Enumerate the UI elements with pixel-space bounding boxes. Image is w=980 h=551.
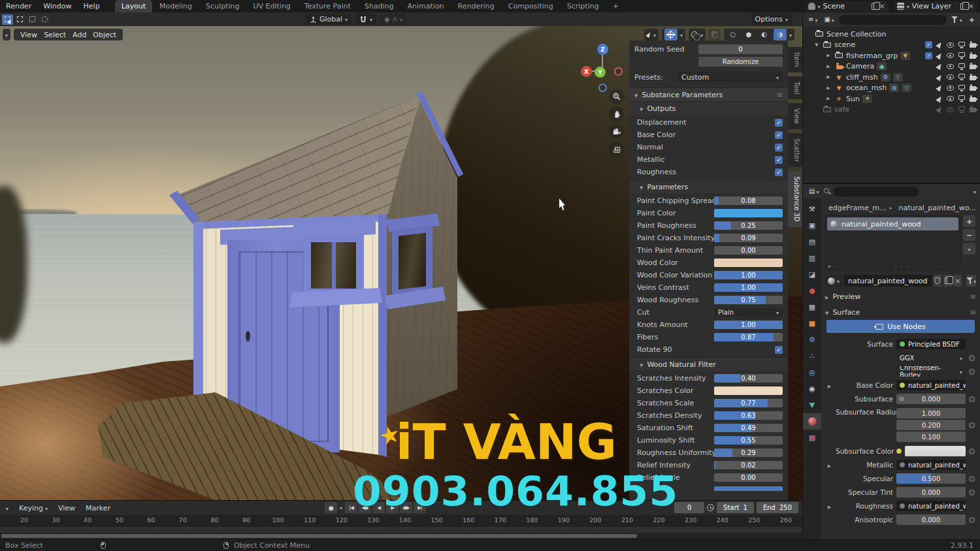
options-dropdown[interactable]: Options — [751, 14, 792, 25]
animate-dot[interactable] — [969, 517, 975, 523]
subsurface-method-dropdown[interactable]: Christensen-Burley — [896, 366, 966, 377]
selectable-icon[interactable] — [936, 106, 943, 114]
animate-dot[interactable] — [969, 490, 975, 496]
breadcrumb-material[interactable]: natural_painted_wo... — [899, 204, 976, 212]
tab-view-layer[interactable]: ▥ — [803, 250, 821, 266]
keying-menu[interactable]: Keying — [16, 503, 51, 514]
value-slider[interactable]: 0.77 — [714, 399, 783, 407]
play-reverse-button[interactable]: ◀ — [372, 502, 385, 513]
gizmo-y-axis[interactable]: Y — [595, 67, 606, 78]
exclude-checkbox[interactable] — [925, 52, 932, 59]
distribution-dropdown[interactable]: GGX — [896, 353, 966, 363]
close-icon[interactable] — [968, 2, 974, 10]
disable-render-icon[interactable] — [970, 65, 976, 69]
panel-outputs[interactable]: Outputs — [629, 101, 788, 115]
viewport-menu-item[interactable]: Select — [42, 31, 68, 39]
overlays-dropdown[interactable] — [689, 29, 706, 40]
horizontal-scrollbar[interactable] — [1, 534, 637, 538]
expand-icon[interactable] — [826, 461, 832, 469]
workspace-tab[interactable]: Texture Paint — [298, 0, 357, 12]
viewport-menu-item[interactable]: Add — [71, 31, 88, 39]
selectable-icon[interactable] — [936, 95, 943, 102]
add-slot-button[interactable] — [963, 215, 975, 227]
color-swatch[interactable] — [714, 259, 783, 267]
selectable-icon[interactable] — [936, 52, 943, 59]
editor-type-dropdown[interactable]: ≡ — [806, 15, 819, 25]
expand-icon[interactable] — [826, 502, 832, 511]
new-scene-icon[interactable] — [872, 3, 877, 10]
selectable-icon[interactable] — [936, 84, 943, 92]
animate-dot[interactable] — [969, 476, 975, 482]
shading-material-button[interactable]: ◐ — [758, 29, 771, 40]
disable-viewport-icon[interactable] — [958, 85, 965, 89]
radius-z-field[interactable]: 0.100 — [896, 432, 966, 442]
checkbox[interactable] — [775, 168, 783, 176]
value-slider[interactable]: 0.25 — [714, 221, 783, 230]
tab-material[interactable] — [803, 413, 821, 430]
editor-type-dropdown[interactable]: ▤ — [807, 187, 821, 197]
object-visibility-dropdown[interactable] — [644, 29, 659, 40]
disable-render-icon[interactable] — [970, 43, 976, 48]
tab-constraints[interactable]: ◉ — [803, 381, 821, 397]
value-slider[interactable]: 0.29 — [714, 449, 783, 457]
animate-dot[interactable] — [969, 355, 975, 361]
roughness-texture-button[interactable]: natural_painted_wood_4 — [896, 501, 966, 511]
value-slider[interactable]: 0.55 — [714, 436, 783, 445]
shading-solid-button[interactable]: ● — [742, 29, 755, 40]
tab-collection[interactable]: ▦ — [803, 299, 821, 315]
select-mode-intersect-button[interactable] — [39, 14, 50, 25]
workspace-tab[interactable]: UV Editing — [246, 0, 297, 12]
properties-search-input[interactable] — [834, 187, 919, 197]
material-slot-list[interactable]: natural_painted_wood ▸⋮⋮⋮ — [825, 215, 960, 270]
outliner-row[interactable]: ▶ Sun — [803, 93, 980, 104]
metallic-texture-button[interactable]: natural_painted_wood_4 — [896, 460, 966, 470]
new-view-layer-icon[interactable] — [960, 3, 966, 10]
outliner-row[interactable]: ▶ fisherman_grp — [803, 50, 980, 61]
select-mode-extend-button[interactable] — [14, 14, 25, 25]
hide-viewport-icon[interactable] — [947, 107, 954, 112]
browse-material-dropdown[interactable] — [825, 275, 842, 287]
display-mode-dropdown[interactable]: ▣ — [822, 15, 836, 25]
tab-tool[interactable]: ⚒ — [803, 201, 821, 217]
tab-object-data[interactable]: ▼ — [803, 397, 821, 413]
disable-viewport-icon[interactable] — [958, 42, 965, 46]
value-slider[interactable]: 0.75 — [714, 296, 783, 304]
pan-button[interactable] — [609, 106, 624, 121]
value-slider[interactable]: 0.49 — [714, 424, 783, 432]
panel-parameters[interactable]: Parameters — [629, 180, 788, 193]
tab-scene[interactable]: ◪ — [803, 266, 821, 283]
outliner-row[interactable]: ▼ scene — [803, 40, 980, 51]
menu-item[interactable]: Help — [78, 1, 106, 12]
menu-item[interactable]: Window — [37, 1, 77, 12]
disable-viewport-icon[interactable] — [958, 63, 965, 68]
drag-grip-icon[interactable] — [777, 91, 783, 99]
color-swatch[interactable] — [714, 209, 783, 217]
editor-type-dropdown[interactable] — [3, 503, 12, 514]
end-frame-field[interactable]: End250 — [757, 502, 798, 513]
gizmo-z-axis[interactable]: Z — [597, 44, 608, 55]
mode-dropdown[interactable] — [3, 29, 10, 40]
filter-dropdown[interactable] — [949, 15, 964, 25]
viewport-menu-item[interactable]: Object — [91, 31, 118, 39]
tab-object[interactable]: ■ — [803, 315, 821, 332]
expand-icon[interactable]: ▶ — [825, 86, 832, 91]
next-keyframe-button[interactable]: ◆▶ — [400, 502, 412, 513]
breadcrumb-object[interactable]: edgeFrame_m... — [828, 204, 886, 212]
gizmo-x-axis[interactable]: X — [581, 66, 592, 77]
disable-viewport-icon[interactable] — [958, 95, 965, 100]
viewport-3d[interactable]: ViewSelectAddObject ○ ● ◐ ◑ Z X Y — [0, 26, 802, 500]
base-color-texture-button[interactable]: natural_painted_wood_4 — [896, 380, 966, 390]
outliner-row[interactable]: ▶ Camera — [803, 61, 980, 72]
tab-particles[interactable]: ∴ — [803, 348, 821, 364]
auto-keyframe-button[interactable] — [325, 502, 337, 513]
hide-viewport-icon[interactable] — [947, 86, 954, 91]
hide-viewport-icon[interactable] — [947, 74, 954, 80]
tab-world[interactable]: ● — [803, 283, 821, 299]
tab-modifiers[interactable]: ⚙ — [803, 332, 821, 348]
shading-rendered-button[interactable]: ◑ — [774, 29, 787, 40]
viewport-menu-item[interactable]: View — [18, 31, 39, 39]
outliner-search-input[interactable] — [839, 15, 947, 25]
start-frame-field[interactable]: Start1 — [717, 502, 754, 513]
marker-menu[interactable]: Marker — [82, 503, 114, 514]
expand-icon[interactable]: ▶ — [825, 64, 832, 69]
